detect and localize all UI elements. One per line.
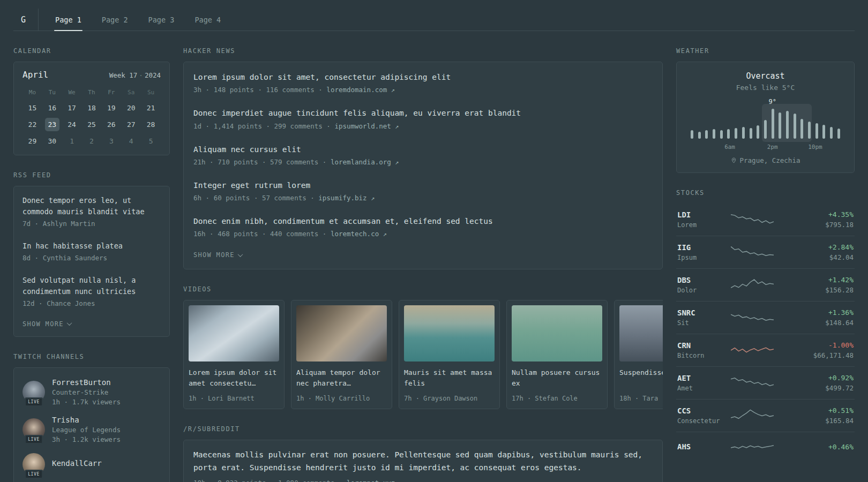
hacker-news-card: Lorem ipsum dolor sit amet, consectetur … — [183, 62, 663, 269]
video-card[interactable]: Aliquam tempor dolor nec pharetra… 1h · … — [291, 300, 392, 409]
twitch-channel-row[interactable]: LIVE Trisha League of Legends 3h · 1.2k … — [23, 411, 161, 448]
hacker-news-show-more[interactable]: SHOW MORE — [193, 245, 653, 266]
stock-values: +1.36% $148.64 — [774, 308, 854, 327]
videos-section-title: VIDEOS — [183, 285, 663, 293]
rss-show-more[interactable]: SHOW MORE — [23, 314, 161, 335]
calendar-day: 17 — [62, 100, 82, 116]
dashboard-page: G Page 1 Page 2 Page 3 Page 4 CALENDAR A… — [0, 0, 868, 482]
stock-change: +1.42% — [774, 276, 854, 284]
stock-row[interactable]: AHS +0.46% — [676, 432, 855, 463]
weather-bar — [764, 120, 767, 139]
weather-bar — [742, 127, 745, 139]
live-badge: LIVE — [25, 397, 43, 406]
calendar-day: 24 — [62, 116, 82, 133]
stock-ticker: SNRC — [677, 308, 731, 317]
calendar-weekday: Mo — [23, 84, 42, 100]
video-card[interactable]: Mauris sit amet massa felis 7h · Grayson… — [399, 300, 500, 409]
stock-row[interactable]: CCS Consectetur +0.51% $165.84 — [676, 399, 855, 432]
stock-row[interactable]: IIG Ipsum +2.84% $42.04 — [676, 236, 855, 268]
weather-bar — [794, 114, 796, 139]
news-title-link[interactable]: Donec imperdiet augue tincidunt felis al… — [193, 108, 653, 118]
news-domain-link[interactable]: loremdomain.com ↗ — [326, 86, 395, 94]
calendar-day: 3 — [101, 133, 121, 149]
rss-item: Sed volutpat nulla nisl, a condimentum n… — [23, 268, 161, 314]
calendar-widget: CALENDAR April Week 17·2024 Mo Tu We — [13, 47, 170, 155]
calendar-day: 29 — [23, 133, 42, 149]
weather-bars — [691, 109, 840, 139]
calendar-day: 23 — [42, 116, 62, 133]
video-card[interactable]: Suspendisse diam 18h · Tara — [614, 300, 663, 409]
news-domain-link[interactable]: ipsumworld.net ↗ — [334, 122, 399, 130]
stock-row[interactable]: SNRC Sit +1.36% $148.64 — [676, 301, 855, 334]
calendar-day-number: 18 — [84, 101, 99, 115]
news-domain-link[interactable]: ipsumify.biz ↗ — [318, 194, 375, 202]
news-meta-text: 1d · 1,414 points · 299 comments · — [193, 122, 334, 130]
stock-row[interactable]: DBS Dolor +1.42% $156.28 — [676, 268, 855, 301]
stock-id: DBS Dolor — [677, 276, 731, 294]
twitch-channel-name: KendallCarr — [52, 459, 102, 468]
rss-item-title-link[interactable]: In hac habitasse platea — [23, 240, 161, 252]
news-meta-text: 21h · 710 points · 579 comments · — [193, 158, 331, 166]
calendar-week-year: Week 17·2024 — [109, 71, 161, 79]
rss-item-title-link[interactable]: Donec tempor eros leo, ut commodo mauris… — [23, 195, 161, 217]
weather-condition: Overcast — [685, 71, 845, 81]
stock-sparkline — [731, 342, 774, 359]
video-meta: 18h · Tara — [619, 395, 663, 402]
stock-sparkline — [731, 211, 774, 228]
calendar-weekday: We — [62, 84, 82, 100]
twitch-channel-row[interactable]: LIVE KendallCarr — [23, 448, 161, 480]
videos-widget: VIDEOS Lorem ipsum dolor sit amet consec… — [183, 285, 663, 409]
right-column: WEATHER Overcast Feels like 5°C 9° 6am2p… — [676, 31, 855, 482]
page-tab[interactable]: Page 4 — [188, 9, 227, 31]
news-meta: 16h · 468 points · 440 comments · loremt… — [193, 230, 653, 238]
stock-id: AET Amet — [677, 374, 731, 392]
stock-row[interactable]: AET Amet +0.92% $499.72 — [676, 366, 855, 399]
calendar-day: 20 — [121, 100, 141, 116]
page-tab[interactable]: Page 1 — [49, 9, 88, 31]
calendar-day-number: 22 — [25, 118, 40, 131]
twitch-channel-info: Trisha League of Legends 3h · 1.2k viewe… — [52, 416, 121, 443]
weather-location-text: Prague, Czechia — [740, 156, 800, 164]
news-title-link[interactable]: Donec enim nibh, condimentum et accumsan… — [193, 216, 653, 227]
stock-row[interactable]: LDI Lorem +4.35% $795.18 — [676, 204, 855, 236]
rss-section-title: RSS FEED — [13, 171, 170, 179]
subreddit-domain-link[interactable]: loremnet.xyz ↗ — [347, 479, 403, 482]
news-title-link[interactable]: Lorem ipsum dolor sit amet, consectetur … — [193, 72, 653, 82]
calendar-day-number: 28 — [144, 118, 158, 131]
stock-name: Sit — [677, 319, 731, 327]
page-tab[interactable]: Page 2 — [95, 9, 134, 31]
stock-price: $66,171.48 — [774, 351, 854, 359]
separator-dot: · — [139, 71, 143, 79]
video-card[interactable]: Lorem ipsum dolor sit amet consectetu… 1… — [183, 300, 285, 409]
weather-card: Overcast Feels like 5°C 9° 6am2pm10pm Pr… — [676, 62, 855, 173]
news-domain-link[interactable]: loremlandia.org ↗ — [331, 158, 399, 166]
page-tab[interactable]: Page 3 — [142, 9, 181, 31]
news-title-link[interactable]: Aliquam nec cursus elit — [193, 144, 653, 155]
hacker-news-list: Lorem ipsum dolor sit amet, consectetur … — [193, 65, 653, 245]
weather-bar — [757, 125, 759, 139]
stock-sparkline — [731, 374, 774, 391]
hacker-news-widget: HACKER NEWS Lorem ipsum dolor sit amet, … — [183, 47, 663, 269]
app-logo[interactable]: G — [13, 9, 39, 31]
video-card[interactable]: Nullam posuere cursus ex 17h · Stefan Co… — [506, 300, 608, 409]
calendar-weekday: Fr — [101, 84, 121, 100]
chevron-down-icon — [66, 320, 72, 326]
weather-bar — [786, 111, 789, 139]
video-title: Suspendisse diam — [619, 367, 663, 389]
news-domain-link[interactable]: loremtech.co ↗ — [331, 230, 387, 238]
news-title-link[interactable]: Integer eget rutrum lorem — [193, 180, 653, 191]
news-item: Integer eget rutrum lorem 6h · 60 points… — [193, 173, 653, 209]
rss-item-title-link[interactable]: Sed volutpat nulla nisl, a condimentum n… — [23, 275, 161, 297]
live-badge: LIVE — [25, 470, 43, 479]
location-pin-icon — [731, 157, 737, 164]
video-meta: 1h · Lori Barnett — [189, 395, 279, 402]
twitch-channel-row[interactable]: LIVE ForrestBurton Counter-Strike 1h · 1… — [23, 373, 161, 411]
subreddit-post-title-link[interactable]: Maecenas mollis pulvinar erat non posuer… — [193, 449, 653, 473]
stock-row[interactable]: CRN Bitcorn -1.00% $66,171.48 — [676, 334, 855, 366]
calendar-day-number: 4 — [124, 134, 138, 148]
stock-id: AHS — [677, 442, 731, 453]
calendar-day: 18 — [82, 100, 102, 116]
stock-name: Lorem — [677, 221, 731, 229]
stock-values: +4.35% $795.18 — [774, 210, 854, 229]
calendar-weekday: Th — [82, 84, 102, 100]
